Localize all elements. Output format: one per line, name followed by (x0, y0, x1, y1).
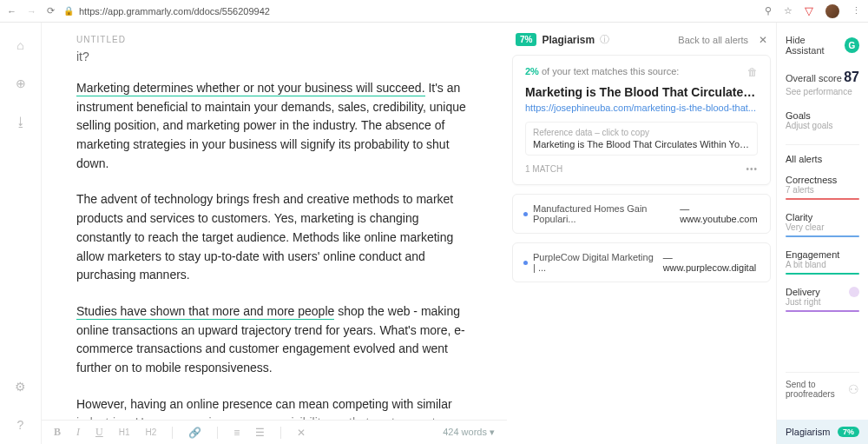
download-icon[interactable]: ⭳ (15, 115, 27, 129)
metric-delivery[interactable]: Delivery Just right (786, 287, 859, 312)
trash-icon[interactable]: 🗑 (747, 66, 758, 78)
forward-icon[interactable]: → (27, 6, 36, 17)
send-to-proofreaders[interactable]: Send to proofreaders ⚇ (786, 372, 859, 406)
shield-icon[interactable]: ▽ (805, 4, 813, 17)
more-icon[interactable]: ••• (746, 164, 758, 174)
add-icon[interactable]: ⊕ (16, 76, 26, 90)
help-icon[interactable]: ? (17, 418, 24, 432)
plagiarism-label: Plagiarism (542, 34, 595, 46)
doc-title[interactable]: UNTITLED (76, 35, 472, 44)
reference-label: Reference data – click to copy (533, 128, 750, 137)
paragraph-1[interactable]: Marketing determines whether or not your… (76, 79, 472, 173)
left-rail: ⌂ ⊕ ⭳ ⚙ ? (0, 23, 42, 444)
related-source-row[interactable]: PurpleCow Digital Marketing | ... — www.… (512, 242, 771, 282)
info-icon[interactable]: ⓘ (600, 33, 609, 46)
source-title: Marketing is The Blood That Circulates W… (525, 85, 758, 99)
profile-avatar[interactable] (825, 4, 839, 18)
paragraph-2[interactable]: The advent of technology brings fresh an… (76, 190, 472, 284)
reference-copy-box[interactable]: Reference data – click to copy Marketing… (525, 122, 758, 156)
person-icon: ⚇ (848, 382, 859, 396)
bold-button[interactable]: B (54, 426, 61, 439)
menu-icon[interactable]: ⋮ (852, 5, 861, 17)
all-alerts-link[interactable]: All alerts (786, 154, 859, 164)
h2-button[interactable]: H2 (145, 427, 156, 437)
metric-correctness[interactable]: Correctness 7 alerts (786, 175, 859, 200)
adjust-goals[interactable]: Adjust goals (786, 121, 859, 130)
link-icon[interactable]: 🔗 (188, 427, 201, 439)
reload-icon[interactable]: ⟳ (47, 5, 55, 17)
overall-score-value: 87 (844, 70, 859, 85)
see-performance[interactable]: See performance (786, 87, 859, 96)
back-to-alerts[interactable]: Back to all alerts (678, 35, 748, 45)
url-text: https://app.grammarly.com/ddocs/55620994… (79, 6, 270, 17)
source-url[interactable]: https://josephineuba.com/marketing-is-th… (525, 103, 758, 113)
alerts-panel: 7% Plagiarism ⓘ Back to all alerts ✕ 2% … (507, 23, 776, 444)
assistant-sidebar: Hide Assistant G Overall score 87 See pe… (776, 23, 868, 444)
search-icon[interactable]: ⚲ (765, 5, 772, 17)
address-bar[interactable]: 🔒 https://app.grammarly.com/ddocs/556209… (63, 6, 756, 17)
italic-button[interactable]: I (76, 426, 80, 439)
inbox-icon[interactable]: ⌂ (16, 38, 23, 52)
gear-icon[interactable]: ⚙ (15, 380, 26, 394)
match-count: 1 MATCH (525, 164, 562, 174)
goals-label[interactable]: Goals (786, 110, 859, 121)
metric-engagement[interactable]: Engagement A bit bland (786, 249, 859, 275)
plagiarism-highlight[interactable]: Studies have shown that more and more pe… (76, 304, 334, 320)
plagiarism-highlight[interactable]: Marketing determines whether or not your… (76, 81, 425, 96)
lock-icon: 🔒 (63, 6, 74, 16)
hide-assistant[interactable]: Hide Assistant (786, 35, 845, 56)
plagiarism-percent-pill: 7% (838, 427, 859, 437)
related-source-row[interactable]: Manufactured Homes Gain Populari... — ww… (512, 194, 771, 234)
format-toolbar: B I U H1 H2 🔗 ≡ ☰ ✕ 424 words ▾ (42, 420, 507, 444)
plagiarism-source-card[interactable]: 2% of your text matches this source: 🗑 M… (512, 55, 771, 185)
plagiarism-percent-badge: 7% (516, 33, 536, 46)
browser-chrome: ← → ⟳ 🔒 https://app.grammarly.com/ddocs/… (0, 0, 868, 23)
editor-pane: UNTITLED it? Marketing determines whethe… (42, 23, 507, 444)
metric-clarity[interactable]: Clarity Very clear (786, 212, 859, 237)
clear-format-icon[interactable]: ✕ (297, 427, 306, 439)
grammarly-logo-icon[interactable]: G (845, 37, 859, 53)
check-icon (849, 287, 859, 297)
bullet-icon (523, 212, 528, 216)
star-icon[interactable]: ☆ (784, 5, 792, 17)
match-percentage: 2% of your text matches this source: (525, 66, 679, 76)
reference-text: Marketing is The Blood That Circulates W… (533, 139, 750, 149)
underline-button[interactable]: U (95, 426, 103, 439)
doc-fragment[interactable]: it? (76, 50, 472, 63)
plagiarism-tab[interactable]: Plagiarism 7% (777, 420, 868, 444)
back-icon[interactable]: ← (7, 6, 16, 17)
list-ol-icon[interactable]: ≡ (233, 427, 240, 439)
list-ul-icon[interactable]: ☰ (255, 427, 265, 439)
h1-button[interactable]: H1 (119, 427, 130, 437)
paragraph-4[interactable]: However, having an online presence can m… (76, 395, 472, 420)
close-icon[interactable]: ✕ (759, 34, 767, 46)
word-count[interactable]: 424 words ▾ (443, 427, 495, 438)
bullet-icon (523, 261, 528, 265)
paragraph-3[interactable]: Studies have shown that more and more pe… (76, 302, 472, 378)
overall-score-label: Overall score (786, 73, 842, 83)
